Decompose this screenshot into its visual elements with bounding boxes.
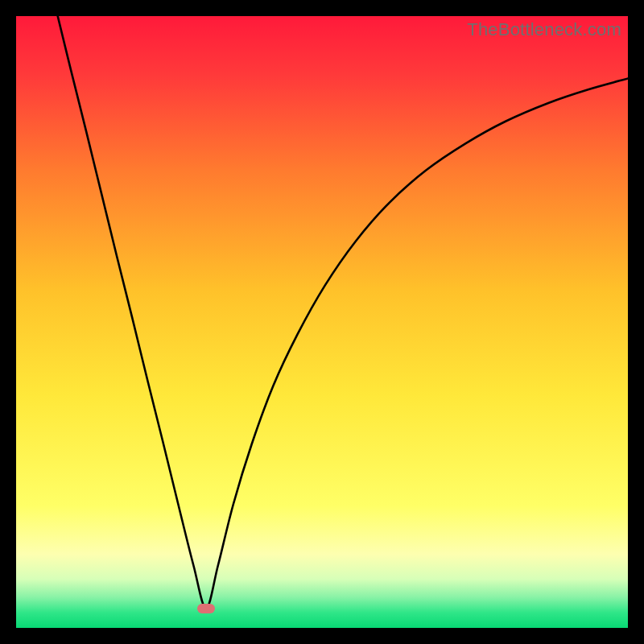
chart-frame: TheBottleneck.com [16, 16, 628, 628]
curve-minimum-marker [197, 604, 215, 613]
chart-plot [16, 16, 628, 628]
watermark-text: TheBottleneck.com [467, 19, 621, 40]
